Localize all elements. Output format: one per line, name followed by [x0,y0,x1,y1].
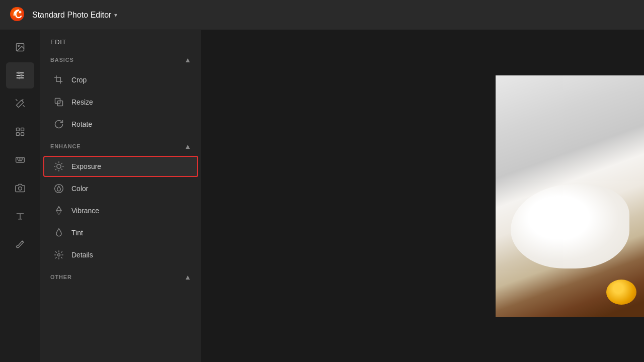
crop-label: Crop [71,76,87,84]
svg-rect-11 [16,133,19,136]
other-section-header: OTHER ▲ [40,266,201,286]
svg-point-7 [20,74,22,76]
resize-label: Resize [71,98,93,106]
menu-item-rotate[interactable]: Rotate [43,114,198,135]
basics-toggle[interactable]: ▲ [184,56,191,64]
left-panel: EDIT BASICS ▲ Crop Resize [40,30,201,362]
rail-item-text[interactable] [6,203,34,229]
details-label: Details [71,251,93,259]
svg-point-22 [57,164,61,168]
rail-item-brush[interactable] [6,231,34,257]
svg-rect-12 [21,133,24,136]
basics-label: BASICS [50,57,74,63]
enhance-toggle[interactable]: ▲ [184,142,191,150]
menu-item-resize[interactable]: Resize [43,92,198,113]
main-canvas [201,30,644,362]
menu-item-vibrance[interactable]: Vibrance [43,200,198,221]
svg-line-29 [56,169,56,169]
exposure-icon [53,161,64,171]
svg-rect-9 [16,128,19,131]
photo-preview [496,75,644,317]
details-icon [53,250,64,260]
rail-item-grid[interactable] [6,119,34,145]
rail-item-keyboard[interactable] [6,147,34,173]
menu-item-crop[interactable]: Crop [43,69,198,90]
svg-point-31 [58,254,60,256]
svg-rect-10 [21,128,24,131]
other-toggle[interactable]: ▲ [184,273,191,281]
exposure-label: Exposure [71,162,101,170]
menu-item-tint[interactable]: Tint [43,222,198,243]
rail-item-camera[interactable] [6,175,34,201]
header: Standard Photo Editor ▾ [0,0,644,30]
svg-point-6 [18,72,19,73]
svg-line-25 [56,163,56,164]
photo-image [496,75,644,317]
svg-point-2 [18,45,19,47]
tint-label: Tint [71,229,83,237]
app-title-dropdown[interactable]: Standard Photo Editor ▾ [32,11,117,20]
vibrance-label: Vibrance [71,207,99,215]
svg-line-30 [61,163,62,164]
app-title: Standard Photo Editor [32,11,111,20]
rotate-label: Rotate [71,120,92,128]
enhance-label: ENHANCE [50,143,81,149]
svg-rect-13 [16,157,24,162]
enhance-section-header: ENHANCE ▲ [40,135,201,155]
tint-icon [53,228,64,238]
svg-point-19 [18,187,22,191]
basics-section-header: BASICS ▲ [40,49,201,69]
crop-icon [53,75,64,85]
chevron-down-icon: ▾ [114,12,117,19]
edit-label: EDIT [40,30,201,49]
color-label: Color [71,185,88,193]
menu-item-color[interactable]: Color [43,178,198,199]
rail-item-image[interactable] [6,34,34,60]
rotate-icon [53,119,64,129]
resize-icon [53,97,64,107]
menu-item-details[interactable]: Details [43,244,198,265]
color-icon [53,184,64,194]
svg-point-8 [18,77,20,78]
svg-line-26 [61,169,62,169]
rail-item-magic[interactable] [6,90,34,117]
app-logo[interactable] [8,5,26,25]
vibrance-icon [53,206,64,216]
svg-point-0 [19,11,22,13]
rail-item-adjustments[interactable] [6,62,34,88]
menu-item-exposure[interactable]: Exposure [43,156,198,177]
other-label: OTHER [50,274,72,280]
icon-rail [0,30,40,362]
